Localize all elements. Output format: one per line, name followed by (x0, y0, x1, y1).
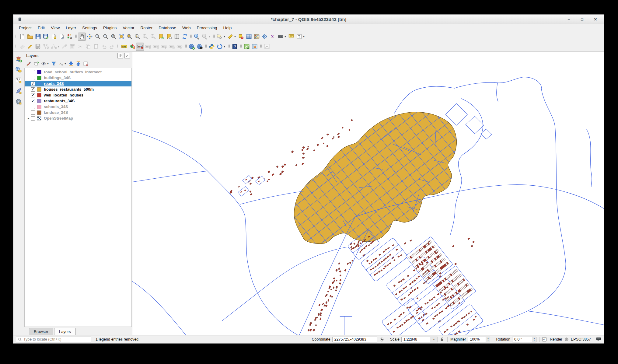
menu-plugins[interactable]: Plugins (100, 25, 120, 31)
menu-help[interactable]: Help (220, 25, 235, 31)
pan-map-to-selection-button[interactable] (86, 33, 94, 41)
toolbar-drag-handle[interactable] (239, 43, 242, 50)
change-label-properties-button[interactable]: abc (176, 43, 183, 51)
layer-visibility-checkbox[interactable]: ✓ (31, 99, 35, 103)
menu-processing[interactable]: Processing (194, 25, 220, 31)
select-features-button[interactable]: ▼ (216, 33, 226, 41)
toolbar-drag-handle[interactable] (260, 43, 262, 50)
menu-settings[interactable]: Settings (79, 25, 100, 31)
zoom-next-button[interactable] (149, 33, 157, 41)
new-geopackage-layer-button[interactable] (14, 65, 23, 74)
layer-visibility-checkbox[interactable] (31, 110, 35, 115)
profile-tool-button[interactable] (263, 43, 271, 51)
refresh-map-button[interactable] (181, 33, 189, 41)
layer-diagram-button[interactable] (128, 43, 136, 51)
new-spatial-bookmark-button[interactable] (157, 33, 165, 41)
show-layout-manager-button[interactable] (58, 33, 66, 41)
filter-by-expression-button[interactable]: ε▼ (58, 60, 67, 67)
close-button[interactable]: ✕ (593, 17, 598, 22)
rotation-spinbox[interactable]: 0.0 ° ▲▼ (512, 337, 536, 342)
panel-float-button[interactable] (117, 53, 123, 58)
layer-labeling-button[interactable]: abc (120, 43, 128, 51)
vertex-tool-button[interactable]: ▼ (50, 43, 61, 51)
save-project-as-button[interactable] (42, 33, 50, 41)
zoom-to-selection-button[interactable] (125, 33, 133, 41)
layer-visibility-checkbox[interactable] (31, 76, 35, 80)
menu-project[interactable]: Project (16, 25, 35, 31)
menu-layer[interactable]: Layer (63, 25, 79, 31)
pan-map-button[interactable] (78, 33, 86, 41)
scale-dropdown-icon[interactable]: ▼ (430, 337, 438, 342)
rotate-label-button[interactable]: abc (168, 43, 176, 51)
map-canvas[interactable] (132, 52, 604, 335)
cut-features-button[interactable]: ✂ (76, 43, 84, 51)
menu-view[interactable]: View (48, 25, 63, 31)
rotation-spin-arrows[interactable]: ▲▼ (532, 337, 536, 342)
manage-map-themes-dropdown-icon[interactable]: ▼ (47, 62, 49, 65)
expand-all-button[interactable] (68, 60, 75, 67)
style-manager-button[interactable]: a (66, 33, 74, 41)
layer-row-landuse_34s[interactable]: landuse_34S (25, 110, 131, 115)
magnifier-spinbox[interactable]: 100% ▲▼ (468, 337, 490, 342)
measure-line-button[interactable]: ▼ (277, 33, 287, 41)
undo-button[interactable] (100, 43, 108, 51)
layer-row-well_located_houses[interactable]: ✓well_located_houses (25, 92, 131, 98)
move-label-button[interactable]: abc (160, 43, 168, 51)
layer-row-road_school_buffers_intersect[interactable]: road_school_buffers_intersect (25, 69, 131, 75)
run-feature-action-button[interactable]: i▼ (201, 33, 211, 41)
select-features-by-value-dropdown-icon[interactable]: ▼ (234, 35, 236, 38)
toolbar-drag-handle[interactable] (184, 43, 187, 50)
titlebar[interactable]: *chapter_7 - QGIS 9e45223d42 [tm] –□✕ (13, 15, 604, 24)
zoom-to-layer-button[interactable] (133, 33, 141, 41)
copy-features-button[interactable] (84, 43, 92, 51)
minimize-button[interactable]: – (567, 17, 571, 22)
zoom-last-button[interactable] (141, 33, 149, 41)
processing-history-dropdown-icon[interactable]: ▼ (223, 45, 226, 48)
add-wms-layer-button[interactable] (188, 43, 196, 51)
layer-visibility-checkbox[interactable] (31, 105, 35, 109)
scale-combobox[interactable]: 1:22848 ▼ (401, 337, 438, 342)
manage-map-themes-button[interactable]: ▼ (40, 60, 50, 67)
locate-input[interactable]: Type to locate (Ctrl+K) (16, 337, 91, 342)
crs-globe-icon[interactable] (564, 337, 569, 342)
redo-button[interactable] (108, 43, 116, 51)
menu-web[interactable]: Web (179, 25, 194, 31)
vertex-tool-dropdown-icon[interactable]: ▼ (57, 45, 60, 48)
menu-raster[interactable]: Raster (138, 25, 156, 31)
zoom-in-button[interactable] (94, 33, 102, 41)
run-feature-action-dropdown-icon[interactable]: ▼ (208, 35, 211, 38)
layer-visibility-checkbox[interactable]: ✓ (31, 93, 35, 97)
dock-tab-browser[interactable]: Browser (29, 328, 53, 335)
text-annotation-button[interactable]: T▼ (295, 33, 306, 41)
layer-visibility-checkbox[interactable] (31, 70, 35, 74)
save-layer-edits-button[interactable] (34, 43, 42, 51)
layer-row-buildings_34s[interactable]: buildings_34S (25, 75, 131, 81)
remove-layer-button[interactable] (82, 60, 89, 67)
help-contents-button[interactable]: ? (231, 43, 239, 51)
toolbar-drag-handle[interactable] (117, 43, 119, 50)
new-shapefile-layer-button[interactable] (14, 76, 23, 84)
add-feature-button[interactable] (42, 43, 50, 51)
show-bookmark-manager-button[interactable] (173, 33, 181, 41)
open-attribute-table-button[interactable] (245, 33, 253, 41)
new-spatialite-layer-button[interactable] (14, 87, 23, 95)
toolbar-drag-handle[interactable] (15, 33, 17, 40)
layer-visibility-checkbox[interactable]: ✓ (31, 87, 35, 92)
quickosm-button[interactable] (243, 43, 251, 51)
add-group-button[interactable] (33, 60, 40, 67)
dock-tab-layers[interactable]: Layers (54, 328, 76, 335)
layer-row-schools_34s[interactable]: schools_34S (25, 104, 131, 110)
open-project-button[interactable] (26, 33, 34, 41)
toolbar-drag-handle[interactable] (212, 33, 215, 40)
layer-visibility-checkbox[interactable]: ✓ (31, 82, 35, 86)
filter-legend-button[interactable] (50, 60, 57, 67)
python-console-button[interactable] (208, 43, 216, 51)
layer-row-restaurants_34s[interactable]: ✓restaurants_34S (25, 98, 131, 104)
current-edits-button[interactable] (18, 43, 26, 51)
toolbar-drag-handle[interactable] (227, 43, 230, 50)
osm-place-search-button[interactable] (251, 43, 259, 51)
lock-scale-icon[interactable] (440, 337, 445, 342)
measure-line-dropdown-icon[interactable]: ▼ (284, 35, 287, 38)
highlight-pinned-labels-button[interactable]: abc (144, 43, 152, 51)
open-layer-styling-button[interactable] (26, 60, 33, 67)
